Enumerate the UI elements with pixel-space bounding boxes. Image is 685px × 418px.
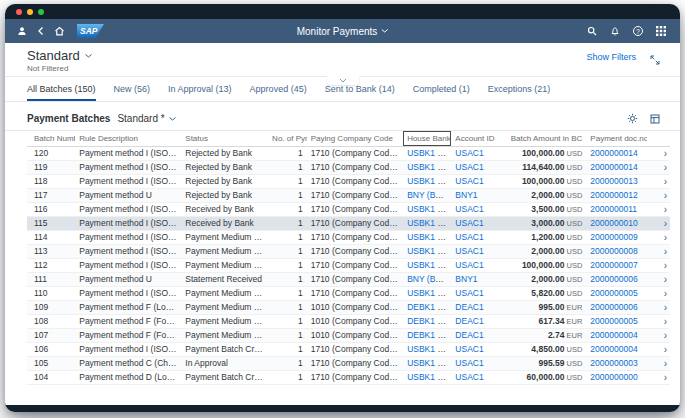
variant-selector[interactable]: Standard [27,48,92,63]
house-bank-link[interactable]: USBK1 (Ba... [407,148,451,158]
house-bank-link[interactable]: USBK1 (Ba... [407,344,451,354]
col-batch-amount[interactable]: Batch Amount in BC [500,131,587,146]
row-nav-chevron-icon[interactable]: › [647,286,670,300]
account-id-link[interactable]: USAC1 [455,162,483,172]
tab-approved-45[interactable]: Approved (45) [250,77,307,101]
account-id-link[interactable]: USAC1 [455,176,483,186]
house-bank-link[interactable]: BNY (Bank ... [407,190,451,200]
table-row[interactable]: 104Payment method D (Local Transfer 2)Pa… [27,370,670,384]
account-id-link[interactable]: USAC1 [455,246,483,256]
house-bank-link[interactable]: USBK1 (Ba... [407,232,451,242]
table-row[interactable]: 107Payment method F (Foreign Transfer...… [27,328,670,342]
profile-icon[interactable] [17,26,27,36]
table-row[interactable]: 118Payment method I (ISO pain.001)Reject… [27,174,670,188]
search-icon[interactable] [587,26,597,36]
col-payment-doc-no[interactable]: Payment doc.no. [586,131,647,146]
account-id-link[interactable]: USAC1 [455,218,483,228]
row-nav-chevron-icon[interactable]: › [647,202,670,216]
house-bank-link[interactable]: BNY (Bank ... [407,274,451,284]
payment-doc-link[interactable]: 2000000014 [590,162,637,172]
col-house-bank[interactable]: House Bank [403,131,451,146]
minimize-button[interactable] [27,9,33,15]
table-row[interactable]: 114Payment method I (ISO pain.001)Paymen… [27,230,670,244]
row-nav-chevron-icon[interactable]: › [647,272,670,286]
row-nav-chevron-icon[interactable]: › [647,356,670,370]
payment-doc-link[interactable]: 2000000011 [590,204,637,214]
payment-doc-link[interactable]: 2000000012 [590,190,637,200]
table-row[interactable]: 120Payment method I (ISO pain.001)Reject… [27,146,670,160]
col-account-id[interactable]: Account ID [451,131,499,146]
table-variant-selector[interactable]: Standard * [117,113,175,124]
account-id-link[interactable]: USAC1 [455,288,483,298]
account-id-link[interactable]: USAC1 [455,232,483,242]
col-no-of-pymts[interactable]: No. of Pymts [268,131,307,146]
payment-doc-link[interactable]: 2000000004 [590,330,637,340]
account-id-link[interactable]: BNY1 [455,274,477,284]
export-icon[interactable] [650,114,660,124]
account-id-link[interactable]: USAC1 [455,358,483,368]
account-id-link[interactable]: USAC1 [455,344,483,354]
house-bank-link[interactable]: USBK1 (Ba... [407,358,451,368]
house-bank-link[interactable]: USBK1 (Ba... [407,162,451,172]
house-bank-link[interactable]: DEBK1 (De... [407,330,451,340]
row-nav-chevron-icon[interactable]: › [647,258,670,272]
row-nav-chevron-icon[interactable]: › [647,174,670,188]
help-icon[interactable] [633,26,643,36]
payment-doc-link[interactable]: 2000000005 [590,288,637,298]
tab-all-batches-150[interactable]: All Batches (150) [27,77,96,101]
account-id-link[interactable]: BNY1 [455,190,477,200]
payment-doc-link[interactable]: 2000000004 [590,344,637,354]
payment-doc-link[interactable]: 2000000000 [590,372,637,382]
collapse-header-button[interactable] [327,76,359,85]
table-row[interactable]: 112Payment method I (ISO pain.001)Paymen… [27,258,670,272]
table-row[interactable]: 119Payment method I (ISO pain.001)Reject… [27,160,670,174]
col-paying-company-code[interactable]: Paying Company Code [307,131,403,146]
payment-doc-link[interactable]: 2000000009 [590,232,637,242]
row-nav-chevron-icon[interactable]: › [647,244,670,258]
col-batch-number[interactable]: Batch Number [27,131,75,146]
house-bank-link[interactable]: USBK1 (Ba... [407,176,451,186]
house-bank-link[interactable]: USBK1 (Ba... [407,372,451,382]
house-bank-link[interactable]: DEBK1 (De... [407,302,451,312]
account-id-link[interactable]: DEAC1 [455,330,483,340]
table-row[interactable]: 110Payment method I (ISO pain.001)Paymen… [27,286,670,300]
back-icon[interactable] [37,26,44,36]
table-row[interactable]: 108Payment method F (Foreign Transfer...… [27,314,670,328]
tab-in-approval-13[interactable]: In Approval (13) [168,77,232,101]
payment-doc-link[interactable]: 2000000008 [590,246,637,256]
payment-doc-link[interactable]: 2000000014 [590,148,637,158]
row-nav-chevron-icon[interactable]: › [647,230,670,244]
table-row[interactable]: 115Payment method I (ISO pain.001)Receiv… [27,216,670,230]
row-nav-chevron-icon[interactable]: › [647,370,670,384]
table-row[interactable]: 116Payment method I (ISO pain.001)Receiv… [27,202,670,216]
table-row[interactable]: 111Payment method UStatement Received117… [27,272,670,286]
house-bank-link[interactable]: USBK1 (Ba... [407,204,451,214]
close-button[interactable] [16,9,22,15]
payment-doc-link[interactable]: 2000000010 [590,218,637,228]
tab-new-56[interactable]: New (56) [114,77,151,101]
payment-doc-link[interactable]: 2000000013 [590,176,637,186]
account-id-link[interactable]: USAC1 [455,204,483,214]
payment-doc-link[interactable]: 2000000006 [590,302,637,312]
row-nav-chevron-icon[interactable]: › [647,342,670,356]
table-row[interactable]: 109Payment method F (Local Transfer 1)Pa… [27,300,670,314]
account-id-link[interactable]: USAC1 [455,372,483,382]
account-id-link[interactable]: DEAC1 [455,316,483,326]
house-bank-link[interactable]: USBK1 (Ba... [407,246,451,256]
row-nav-chevron-icon[interactable]: › [647,216,670,230]
account-id-link[interactable]: USAC1 [455,148,483,158]
house-bank-link[interactable]: USBK1 (Ba... [407,260,451,270]
sap-logo[interactable]: SAP [77,24,104,38]
show-filters-link[interactable]: Show Filters [586,52,636,62]
payment-doc-link[interactable]: 2000000006 [590,274,637,284]
row-nav-chevron-icon[interactable]: › [647,300,670,314]
house-bank-link[interactable]: DEBK1 (De... [407,316,451,326]
account-id-link[interactable]: DEAC1 [455,302,483,312]
house-bank-link[interactable]: USBK1 (Ba... [407,218,451,228]
row-nav-chevron-icon[interactable]: › [647,188,670,202]
row-nav-chevron-icon[interactable]: › [647,160,670,174]
notifications-icon[interactable] [610,26,620,36]
home-icon[interactable] [54,26,65,36]
tab-exceptions-21[interactable]: Exceptions (21) [488,77,551,101]
table-row[interactable]: 117Payment method URejected by Bank11710… [27,188,670,202]
